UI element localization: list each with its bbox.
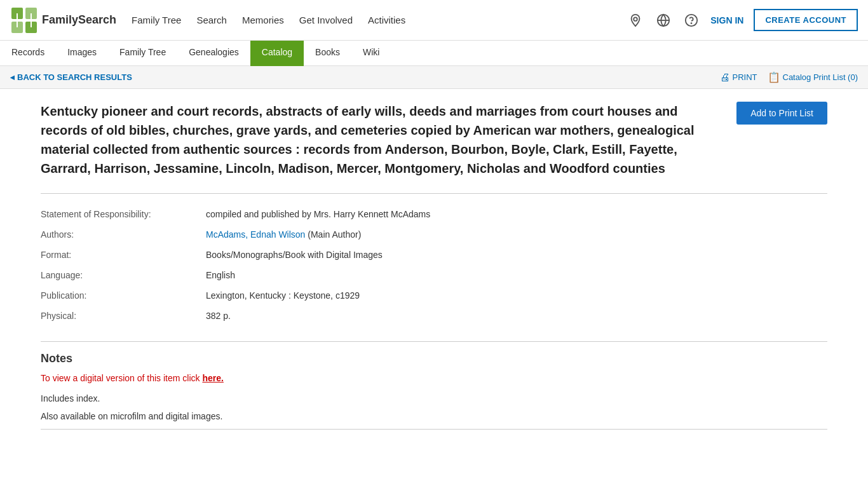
detail-row-physical: Physical: 382 p. (41, 306, 827, 326)
notes-includes-index: Includes index. (41, 393, 827, 403)
detail-label-physical: Physical: (41, 311, 206, 321)
breadcrumb-bar: ◂ BACK TO SEARCH RESULTS 🖨 PRINT 📋 Catal… (0, 66, 868, 89)
familysearch-logo-icon (10, 6, 38, 34)
title-divider (41, 193, 827, 194)
catalog-print-link[interactable]: 📋 Catalog Print List (0) (768, 71, 858, 83)
sub-nav-genealogies[interactable]: Genealogies (177, 41, 250, 66)
detail-value-language: English (206, 270, 827, 280)
catalog-print-label: Catalog Print List (0) (783, 72, 858, 82)
nav-item-search[interactable]: Search (196, 15, 227, 25)
nav-item-memories[interactable]: Memories (242, 15, 284, 25)
notes-section: Notes To view a digital version of this … (41, 352, 827, 421)
detail-value-publication: Lexington, Kentucky : Keystone, c1929 (206, 290, 827, 301)
help-icon[interactable] (682, 11, 700, 29)
logo-text: FamilySearch (42, 13, 116, 27)
sub-nav-records[interactable]: Records (0, 41, 56, 66)
add-to-print-list-button[interactable]: Add to Print List (736, 102, 827, 125)
detail-row-publication: Publication: Lexington, Kentucky : Keyst… (41, 285, 827, 306)
nav-item-activities[interactable]: Activities (368, 15, 405, 25)
nav-item-family-tree[interactable]: Family Tree (132, 15, 181, 25)
sub-nav: Records Images Family Tree Genealogies C… (0, 41, 868, 66)
notes-title: Notes (41, 352, 827, 365)
detail-row-language: Language: English (41, 265, 827, 285)
detail-value-authors: McAdams, Ednah Wilson (Main Author) (206, 229, 827, 240)
detail-value-statement: compiled and published by Mrs. Harry Ken… (206, 209, 827, 219)
print-label: PRINT (733, 72, 757, 82)
catalog-print-icon: 📋 (768, 71, 780, 83)
sub-nav-books[interactable]: Books (304, 41, 351, 66)
back-to-search-link[interactable]: ◂ BACK TO SEARCH RESULTS (10, 72, 132, 82)
sub-nav-images[interactable]: Images (56, 41, 108, 66)
detail-label-statement: Statement of Responsibility: (41, 209, 206, 219)
back-link-label: BACK TO SEARCH RESULTS (17, 72, 132, 82)
header: FamilySearch Family Tree Search Memories… (0, 0, 868, 41)
detail-value-physical: 382 p. (206, 311, 827, 321)
content: Kentucky pioneer and court records, abst… (31, 89, 837, 452)
digital-note-prefix: To view a digital version of this item c… (41, 373, 202, 383)
digital-version-link[interactable]: here. (202, 373, 223, 383)
record-area: Kentucky pioneer and court records, abst… (41, 102, 827, 178)
record-title: Kentucky pioneer and court records, abst… (41, 102, 724, 178)
header-right: SIGN IN CREATE ACCOUNT (627, 9, 858, 31)
notes-divider (41, 341, 827, 342)
print-icon: 🖨 (720, 72, 730, 83)
print-link[interactable]: 🖨 PRINT (720, 72, 757, 83)
breadcrumb-right: 🖨 PRINT 📋 Catalog Print List (0) (720, 71, 858, 83)
digital-version-note: To view a digital version of this item c… (41, 373, 827, 383)
detail-label-publication: Publication: (41, 290, 206, 301)
author-link[interactable]: McAdams, Ednah Wilson (206, 229, 305, 240)
detail-label-language: Language: (41, 270, 206, 280)
detail-row-format: Format: Books/Monographs/Book with Digit… (41, 245, 827, 265)
detail-row-statement: Statement of Responsibility: compiled an… (41, 204, 827, 224)
location-icon[interactable] (627, 11, 644, 29)
detail-table: Statement of Responsibility: compiled an… (41, 204, 827, 326)
detail-label-authors: Authors: (41, 229, 206, 240)
author-suffix: (Main Author) (308, 229, 361, 240)
detail-label-format: Format: (41, 250, 206, 260)
notes-microfilm: Also available on microfilm and digital … (41, 411, 827, 421)
main-nav: Family Tree Search Memories Get Involved… (132, 15, 627, 25)
sub-nav-family-tree[interactable]: Family Tree (108, 41, 177, 66)
globe-icon[interactable] (654, 11, 672, 29)
sign-in-link[interactable]: SIGN IN (710, 15, 743, 25)
back-chevron-icon: ◂ (10, 72, 15, 82)
svg-point-7 (634, 17, 638, 21)
sub-nav-catalog[interactable]: Catalog (250, 41, 304, 66)
sub-nav-wiki[interactable]: Wiki (351, 41, 391, 66)
detail-value-format: Books/Monographs/Book with Digital Image… (206, 250, 827, 260)
bottom-divider (41, 429, 827, 430)
detail-row-authors: Authors: McAdams, Ednah Wilson (Main Aut… (41, 224, 827, 245)
create-account-button[interactable]: CREATE ACCOUNT (754, 9, 858, 31)
logo-area[interactable]: FamilySearch (10, 6, 116, 34)
nav-item-get-involved[interactable]: Get Involved (299, 15, 353, 25)
